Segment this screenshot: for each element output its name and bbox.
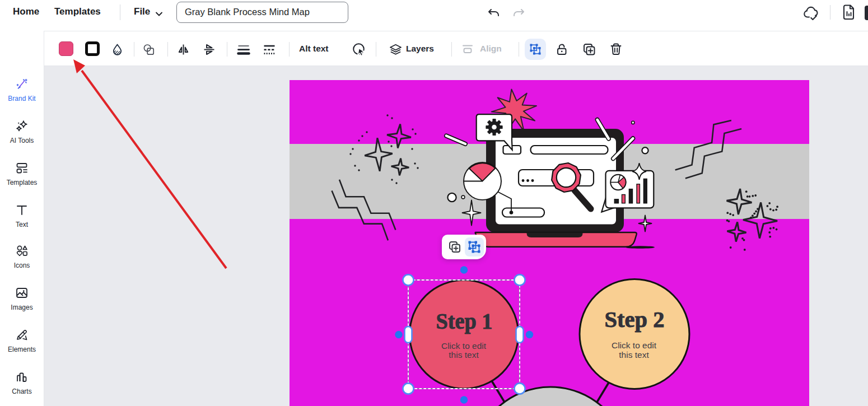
svg-text:Click to edit: Click to edit	[612, 340, 657, 350]
svg-text:this text: this text	[619, 350, 649, 360]
svg-text:Step 2: Step 2	[605, 306, 665, 332]
